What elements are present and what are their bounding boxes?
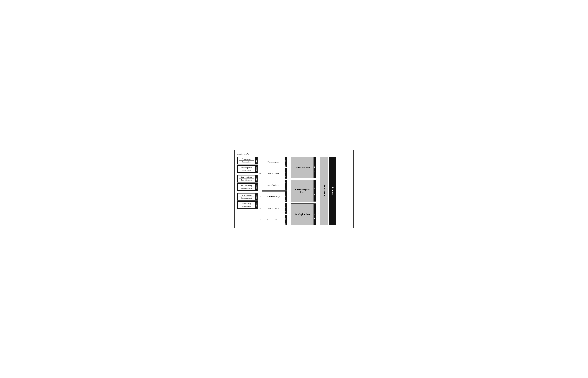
feararchy-label: Feararchy — [323, 185, 326, 198]
mv-text-2-2: Fear of knowledge — [262, 191, 285, 202]
mv-text-1-2: Fear as a norm — [262, 168, 285, 179]
band2-micro-items: Fear of religion Fear of teachers Mark F… — [237, 175, 258, 191]
theory-col: Theory — [329, 157, 336, 225]
micro-band1-item1: Fear as power Fear as a tool Mark — [237, 157, 258, 164]
micro-band3-item1: Fear as a blessing Fear as a reward Mark — [237, 193, 258, 201]
micro-vision-col: Fear as a system Micro Vision Fear as a … — [262, 157, 287, 225]
mi-text-bot-2-1: Fear of teachers — [239, 179, 254, 181]
mv-box-3-2: Fear as an attitude Micro Vision — [262, 215, 287, 225]
mi-mark-2-2: Mark — [255, 184, 257, 190]
theory-box: Theory — [329, 157, 336, 225]
arrow-1-2: → — [258, 168, 262, 179]
arrow-3-1: → — [258, 203, 262, 214]
mv-label-3-2: Micro Vision — [285, 215, 287, 225]
arrow-2-1: → — [258, 180, 262, 190]
meso-label-1: Meso Vision — [313, 157, 316, 178]
mi-text-bot-2-2: Fear of mistakes — [239, 188, 254, 190]
mi-text-bot-1-1: Fear as a tool — [239, 161, 254, 163]
mv-pair-3: Fear as a value Micro Vision Fear as an … — [262, 203, 287, 225]
mv-label-2-2: Micro Vision — [285, 191, 287, 202]
mv-text-3-1: Fear as a value — [262, 203, 285, 214]
arrows-col1: → → → → → — [258, 157, 262, 225]
band3-micro-items: Fear as a blessing Fear as a reward Mark… — [237, 193, 258, 209]
mi-text-top-1-1: Fear as power — [239, 158, 254, 161]
mv-label-2-1: Micro Vision — [285, 180, 287, 190]
header-label: selected marks — [237, 153, 351, 155]
mi-mark-3-2: Mark — [255, 202, 257, 208]
mi-divider-2-2 — [239, 187, 254, 187]
mi-text-top-2-1: Fear of religion — [239, 176, 254, 178]
connector-1: → — [287, 157, 291, 180]
arrow-meso-2: → — [317, 189, 319, 192]
mv-label-1-1: Micro Vision — [285, 157, 287, 167]
mi-text-top-2-2: Fear of learning — [239, 185, 254, 187]
mi-mark-3-1: Mark — [255, 193, 257, 200]
arrows-col2: → → → — [316, 157, 320, 225]
main-container: selected marks Fear as power Fear as a t… — [234, 150, 354, 228]
feararchy-box: Feararchy — [320, 157, 328, 225]
mv-text-2-1: Fear of authority — [262, 180, 285, 190]
connector-2: → — [287, 179, 291, 202]
connector-3: → — [287, 202, 291, 225]
connectors-col: → → → — [287, 157, 291, 225]
meso-text-2: Epistemological Fear — [291, 180, 313, 202]
mi-mark-1-2: Mark — [255, 166, 257, 172]
meso-box-1: Ontological Fear Meso Vision — [291, 157, 316, 178]
mv-box-3-1: Fear as a value Micro Vision — [262, 203, 287, 214]
meso-text-1: Ontological Fear — [291, 157, 313, 178]
arrow-3-2: → — [258, 215, 262, 225]
mv-pair-2: Fear of authority Micro Vision Fear of k… — [262, 180, 287, 202]
mi-text-top-1-2: Fear as a pattern — [239, 167, 254, 169]
theory-label: Theory — [331, 187, 334, 195]
mi-box2-2: Fear of learning Fear of mistakes Mark — [238, 184, 258, 190]
feararchy-col: Feararchy — [320, 157, 329, 225]
mv-label-3-1: Micro Vision — [285, 203, 287, 214]
mv-label-1-2: Micro Vision — [285, 168, 287, 179]
arrow-1-1: → — [258, 157, 262, 167]
mv-box-2-2: Fear of knowledge Micro Vision — [262, 191, 287, 202]
mi-text-top-3-2: Fear of family — [239, 203, 254, 205]
mv-text-3-2: Fear as an attitude — [262, 215, 285, 225]
mi-box1-2: Fear as a pattern Fear as a habit Mark — [238, 166, 258, 172]
micro-band1-item2: Fear as a pattern Fear as a habit Mark — [237, 165, 258, 173]
mi-mark-2-1: Mark — [255, 176, 257, 182]
mi-mark-1-1: Mark — [255, 157, 257, 164]
mi-text-bot-3-2: Fear of others — [239, 206, 254, 208]
mv-box-1-1: Fear as a system Micro Vision — [262, 157, 287, 167]
meso-text-3: Auxological Fear — [291, 204, 313, 225]
micro-items-col: Fear as power Fear as a tool Mark Fear a… — [237, 157, 258, 225]
micro-band2-item1: Fear of religion Fear of teachers Mark — [237, 175, 258, 183]
mi-text-bot-1-2: Fear as a habit — [239, 170, 254, 172]
meso-label-2: Meso Vision — [313, 180, 316, 202]
arrow-2-2: → — [258, 191, 262, 202]
mv-box-2-1: Fear of authority Micro Vision — [262, 180, 287, 190]
mi-text-bot-3-1: Fear as a reward — [239, 197, 254, 199]
mi-box3-1: Fear as a blessing Fear as a reward Mark — [238, 193, 258, 200]
micro-band2-item2: Fear of learning Fear of mistakes Mark — [237, 183, 258, 191]
mv-text-1-1: Fear as a system — [262, 157, 285, 167]
mv-box-1-2: Fear as a norm Micro Vision — [262, 168, 287, 179]
meso-box-2: Epistemological Fear Meso Vision — [291, 180, 316, 202]
meso-label-3: Meso Vision — [313, 204, 316, 225]
mi-box3-2: Fear of family Fear of others Mark — [238, 202, 258, 208]
meso-box-3: Auxological Fear Meso Vision — [291, 203, 316, 225]
mi-box2-1: Fear of religion Fear of teachers Mark — [238, 175, 258, 182]
arrow-meso-3: → — [317, 213, 319, 215]
mi-text-top-3-1: Fear as a blessing — [239, 194, 254, 197]
mi-box1-1: Fear as power Fear as a tool Mark — [238, 157, 258, 164]
micro-band3-item2: Fear of family Fear of others Mark — [237, 201, 258, 209]
mi-divider-2-1 — [239, 178, 254, 179]
diagram: Fear as power Fear as a tool Mark Fear a… — [237, 157, 351, 225]
mv-pair-1: Fear as a system Micro Vision Fear as a … — [262, 157, 287, 179]
arrow-meso-1: → — [317, 167, 319, 169]
meso-vision-col: Ontological Fear Meso Vision Epistemolog… — [291, 157, 316, 225]
band1-micro-items: Fear as power Fear as a tool Mark Fear a… — [237, 157, 258, 173]
